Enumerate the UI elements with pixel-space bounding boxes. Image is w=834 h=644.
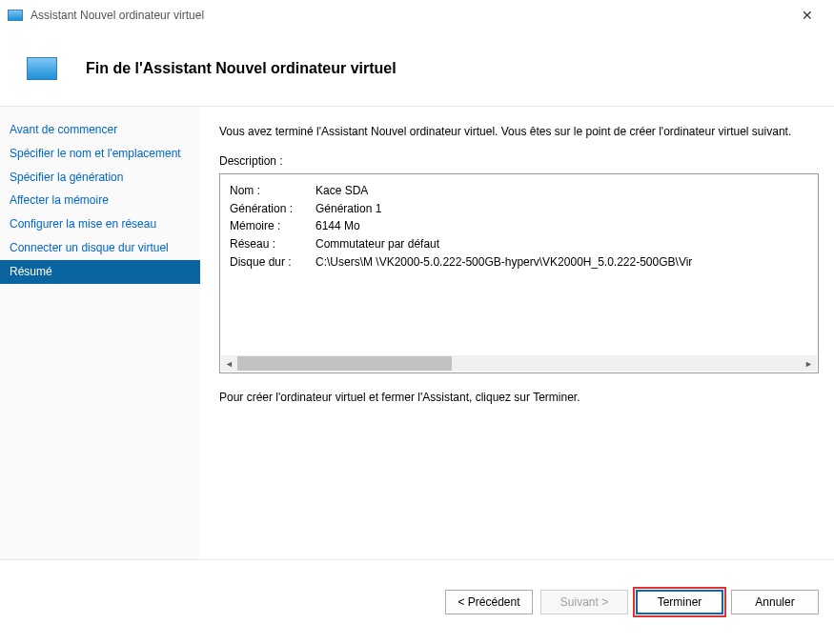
step-specify-name[interactable]: Spécifier le nom et l'emplacement [0, 142, 200, 166]
finish-button[interactable]: Terminer [636, 590, 723, 614]
step-specify-generation[interactable]: Spécifier la génération [0, 166, 200, 190]
wizard-main-panel: Vous avez terminé l'Assistant Nouvel ord… [200, 107, 834, 559]
next-button: Suivant > [540, 590, 628, 614]
wizard-footer: < Précédent Suivant > Terminer Annuler [0, 560, 834, 644]
intro-text: Vous avez terminé l'Assistant Nouvel ord… [219, 124, 819, 139]
summary-value: C:\Users\M \VK2000-5.0.222-500GB-hyperv\… [315, 253, 692, 272]
step-configure-networking[interactable]: Configurer la mise en réseau [0, 212, 200, 236]
step-connect-vhd[interactable]: Connecter un disque dur virtuel [0, 236, 200, 260]
summary-key: Génération : [230, 200, 315, 218]
app-icon [8, 10, 23, 21]
step-assign-memory[interactable]: Affecter la mémoire [0, 189, 200, 212]
scroll-right-button[interactable]: ► [801, 355, 817, 372]
summary-row-name: Nom : Kace SDA [230, 182, 808, 200]
step-before-you-begin[interactable]: Avant de commencer [0, 118, 200, 142]
summary-value: Commutateur par défaut [315, 235, 439, 253]
finish-hint: Pour créer l'ordinateur virtuel et ferme… [219, 391, 819, 404]
summary-row-generation: Génération : Génération 1 [230, 200, 808, 218]
scroll-track[interactable] [237, 355, 801, 372]
scroll-thumb[interactable] [237, 356, 452, 371]
summary-value: Kace SDA [315, 182, 368, 200]
window-title: Assistant Nouvel ordinateur virtuel [31, 9, 788, 22]
wizard-body: Avant de commencer Spécifier le nom et l… [0, 107, 834, 560]
summary-row-harddisk: Disque dur : C:\Users\M \VK2000-5.0.222-… [230, 253, 808, 272]
summary-value: Génération 1 [315, 200, 381, 218]
description-label: Description : [219, 154, 819, 168]
summary-box: Nom : Kace SDA Génération : Génération 1… [219, 173, 819, 373]
summary-key: Mémoire : [230, 217, 315, 235]
summary-key: Réseau : [230, 235, 315, 253]
titlebar: Assistant Nouvel ordinateur virtuel ✕ [0, 0, 834, 30]
summary-key: Disque dur : [230, 253, 315, 272]
wizard-header: Fin de l'Assistant Nouvel ordinateur vir… [0, 30, 834, 107]
summary-row-network: Réseau : Commutateur par défaut [230, 235, 808, 253]
wizard-steps-sidebar: Avant de commencer Spécifier le nom et l… [0, 107, 200, 559]
close-button[interactable]: ✕ [788, 2, 826, 29]
horizontal-scrollbar[interactable]: ◄ ► [221, 355, 817, 372]
summary-value: 6144 Mo [315, 217, 360, 235]
summary-row-memory: Mémoire : 6144 Mo [230, 217, 808, 235]
back-button[interactable]: < Précédent [445, 590, 533, 614]
step-summary[interactable]: Résumé [0, 260, 200, 284]
scroll-left-button[interactable]: ◄ [221, 355, 237, 372]
wizard-icon [27, 57, 57, 80]
page-title: Fin de l'Assistant Nouvel ordinateur vir… [86, 60, 397, 77]
cancel-button[interactable]: Annuler [731, 590, 819, 614]
summary-key: Nom : [230, 182, 315, 200]
